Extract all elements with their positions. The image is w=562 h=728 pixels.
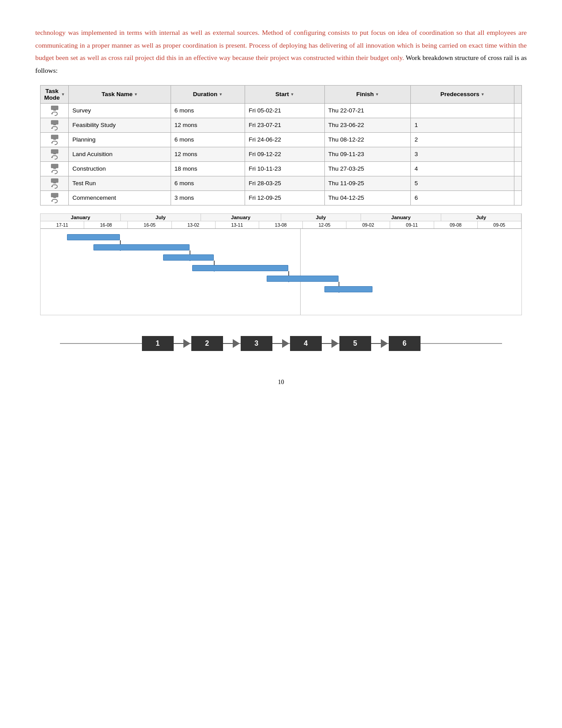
monitor-icon — [51, 164, 59, 169]
gantt-sub-10: 09-05 — [478, 221, 521, 228]
cell-name: Planning — [69, 132, 171, 147]
col-header-extra — [514, 85, 521, 103]
gantt-header-jan1: January — [41, 214, 121, 221]
table-row: Survey6 monsFri 05-02-21Thu 22-07-21 — [41, 103, 522, 118]
col-header-finish[interactable]: Finish ▼ — [324, 85, 411, 103]
arrow-refresh-icon — [51, 126, 58, 131]
table-row: Commencement3 monsFri 12-09-25Thu 04-12-… — [41, 190, 522, 205]
arrow-refresh-icon — [51, 155, 58, 160]
monitor-icon — [51, 178, 59, 184]
network-arrow-line-3 — [322, 343, 332, 344]
cell-finish: Thu 27-03-25 — [324, 161, 411, 176]
network-arrowhead-0 — [183, 339, 190, 348]
cell-start: Fri 23-07-21 — [245, 118, 325, 132]
network-node-1: 1 — [142, 336, 174, 351]
gantt-sub-8: 09-11 — [390, 221, 434, 228]
gantt-header-jul2: July — [281, 214, 361, 221]
monitor-icon — [51, 120, 59, 126]
gantt-sub-0: 17-11 — [41, 221, 84, 228]
task-mode-cell — [41, 132, 69, 147]
table-row: Planning6 monsFri 24-06-22Thu 08-12-222 — [41, 132, 522, 147]
gantt-subheader-row: 17-1116-0816-0513-0213-1113-0812-0509-02… — [41, 221, 521, 229]
arrow-refresh-icon — [51, 141, 58, 145]
network-node-6: 6 — [389, 336, 421, 351]
cell-name: Test Run — [69, 176, 171, 190]
gantt-header-jan2: January — [201, 214, 281, 221]
cell-finish: Thu 22-07-21 — [324, 103, 411, 118]
cell-duration: 6 mons — [171, 132, 245, 147]
svg-marker-8 — [51, 142, 53, 143]
cell-start: Fri 05-02-21 — [245, 103, 325, 118]
cell-finish: Thu 09-11-23 — [324, 147, 411, 161]
svg-rect-9 — [51, 149, 58, 153]
gantt-header-row: January July January July January July — [41, 214, 521, 221]
gantt-vertical-line — [300, 229, 301, 315]
network-node-5: 5 — [339, 336, 371, 351]
gantt-sub-2: 16-05 — [128, 221, 171, 228]
gantt-header-jan3: January — [361, 214, 441, 221]
cell-extra — [514, 190, 521, 205]
svg-marker-14 — [51, 171, 53, 172]
col-header-predecessors[interactable]: Predecessors ▼ — [411, 85, 514, 103]
monitor-icon — [51, 193, 59, 198]
cell-finish: Thu 11-09-25 — [324, 176, 411, 190]
cell-name: Land Acuisition — [69, 147, 171, 161]
gantt-sub-1: 16-08 — [84, 221, 128, 228]
cell-predecessors: 6 — [411, 190, 514, 205]
arrow-refresh-icon — [51, 170, 58, 174]
network-node-3: 3 — [241, 336, 272, 351]
cell-extra — [514, 118, 521, 132]
main-paragraph: technology was implemented in terms with… — [35, 26, 527, 77]
network-arrow-line-4 — [371, 343, 382, 344]
wbs-table-wrapper: TaskMode ▼ Task Name ▼ Duration ▼ — [40, 85, 522, 205]
cell-extra — [514, 103, 521, 118]
sort-arrow-start: ▼ — [290, 92, 294, 97]
cell-finish: Thu 08-12-22 — [324, 132, 411, 147]
col-header-task-name[interactable]: Task Name ▼ — [69, 85, 171, 103]
svg-rect-6 — [51, 135, 58, 139]
cell-extra — [514, 161, 521, 176]
task-mode-cell — [41, 176, 69, 190]
gantt-bar-2 — [93, 244, 190, 250]
network-arrow-line-0 — [174, 343, 184, 344]
network-node-2: 2 — [191, 336, 223, 351]
gantt-sub-6: 12-05 — [303, 221, 346, 228]
monitor-icon — [51, 149, 59, 155]
table-row: Feasibility Study12 monsFri 23-07-21Thu … — [41, 118, 522, 132]
gantt-chart: January July January July January July 1… — [40, 213, 522, 315]
gantt-header-jul1: July — [121, 214, 201, 221]
cell-predecessors: 5 — [411, 176, 514, 190]
cell-name: Commencement — [69, 190, 171, 205]
monitor-icon — [51, 134, 59, 140]
svg-rect-3 — [51, 120, 58, 124]
wbs-table: TaskMode ▼ Task Name ▼ Duration ▼ — [40, 85, 522, 205]
sort-arrow-predecessors: ▼ — [480, 92, 484, 97]
sort-arrow-task-name: ▼ — [134, 92, 138, 97]
col-header-duration[interactable]: Duration ▼ — [171, 85, 245, 103]
network-diagram: 123456 — [60, 326, 502, 361]
gantt-bar-1 — [67, 234, 120, 240]
cell-name: Survey — [69, 103, 171, 118]
svg-rect-10 — [53, 153, 56, 154]
network-arrowhead-2 — [282, 339, 289, 348]
col-header-start[interactable]: Start ▼ — [245, 85, 325, 103]
svg-rect-15 — [51, 179, 58, 183]
table-row: Land Acuisition12 monsFri 09-12-22Thu 09… — [41, 147, 522, 161]
cell-start: Fri 10-11-23 — [245, 161, 325, 176]
table-row: Construction18 monsFri 10-11-23Thu 27-03… — [41, 161, 522, 176]
svg-rect-4 — [53, 124, 56, 125]
cell-extra — [514, 132, 521, 147]
sort-arrow-task-mode: ▼ — [61, 92, 65, 97]
gantt-bar-6 — [324, 286, 372, 292]
svg-marker-17 — [51, 186, 53, 187]
task-mode-cell — [41, 161, 69, 176]
arrow-refresh-icon — [51, 184, 58, 189]
col-header-task-mode[interactable]: TaskMode ▼ — [41, 85, 69, 103]
network-arrow-line-1 — [223, 343, 234, 344]
svg-rect-7 — [53, 139, 56, 140]
gantt-bar-5 — [267, 276, 339, 282]
network-arrow-line-2 — [272, 343, 283, 344]
gantt-sub-9: 09-08 — [434, 221, 478, 228]
svg-rect-13 — [53, 168, 56, 169]
cell-predecessors: 3 — [411, 147, 514, 161]
